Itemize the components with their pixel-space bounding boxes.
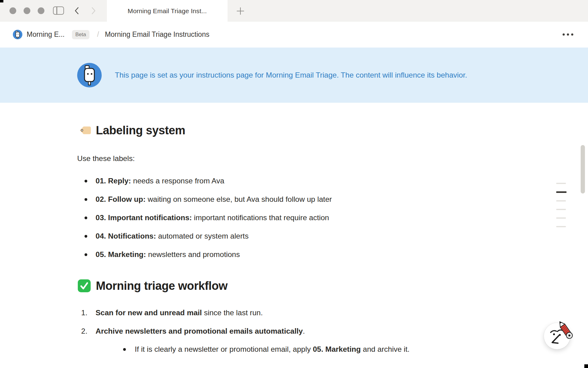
- label-name: 01. Reply:: [96, 177, 131, 185]
- section-title: Morning triage workflow: [96, 278, 228, 293]
- section-title: Labeling system: [96, 123, 185, 138]
- outline-line-active[interactable]: [556, 191, 567, 193]
- mailbox-robot-icon: [77, 63, 102, 87]
- screen-corner-artifact: [0, 0, 3, 2]
- label-name: 05. Marketing:: [96, 250, 146, 259]
- label-desc: important notifications that require act…: [192, 213, 329, 222]
- label-desc: waiting on someone else, but Ava should …: [145, 195, 332, 203]
- list-item: 04. Notifications: automated or system a…: [77, 231, 521, 241]
- ellipsis-icon: [563, 33, 565, 36]
- item-number: 2.: [81, 326, 87, 336]
- label-tag-emoji-icon: [77, 123, 91, 137]
- list-item: 05. Marketing: newsletters and promotion…: [77, 249, 521, 260]
- outline-line[interactable]: [556, 200, 566, 201]
- forward-button[interactable]: [89, 6, 98, 15]
- minimize-window-button[interactable]: [24, 7, 30, 14]
- label-desc: newsletters and promotions: [146, 250, 240, 259]
- list-item: 02. Follow up: waiting on someone else, …: [77, 194, 521, 205]
- labels-intro: Use these labels:: [77, 153, 521, 164]
- tab-title: Morning Email Triage Inst...: [128, 7, 207, 15]
- sub-bullet-list: If it is clearly a newsletter or promoti…: [96, 344, 521, 355]
- check-mark-emoji-icon: [77, 279, 91, 293]
- outline-line[interactable]: [556, 226, 566, 227]
- window-controls: [9, 7, 44, 14]
- labels-list: 01. Reply: needs a response from Ava 02.…: [77, 176, 521, 260]
- section-heading-workflow: Morning triage workflow: [77, 278, 521, 293]
- page-content: Labeling system Use these labels: 01. Re…: [0, 123, 521, 355]
- scrollbar-thumb[interactable]: [581, 145, 585, 194]
- numbered-item: 2.Archive newsletters and promotional em…: [77, 326, 521, 355]
- edit-doodle-button[interactable]: [544, 323, 570, 349]
- new-tab-button[interactable]: [236, 6, 245, 16]
- back-button[interactable]: [72, 6, 81, 15]
- workspace-mailbox-icon[interactable]: [13, 30, 22, 39]
- outline-line[interactable]: [556, 217, 566, 219]
- label-name: 02. Follow up:: [96, 195, 145, 203]
- label-desc: needs a response from Ava: [131, 177, 224, 185]
- close-window-button[interactable]: [9, 7, 16, 14]
- forward-chevron-icon: [91, 7, 96, 15]
- workflow-steps-list: 1.Scan for new and unread mail since the…: [77, 308, 521, 355]
- breadcrumb-page-title[interactable]: Morning Email Triage Instructions: [105, 30, 209, 39]
- instructions-callout: This page is set as your instructions pa…: [0, 48, 588, 103]
- list-item: 03. Important notifications: important n…: [77, 213, 521, 223]
- sidebar-toggle-icon[interactable]: [53, 6, 64, 15]
- outline-line[interactable]: [556, 183, 566, 184]
- item-number: 1.: [81, 308, 87, 318]
- beta-badge: Beta: [72, 30, 89, 39]
- label-name: 04. Notifications:: [96, 232, 156, 240]
- outline-line[interactable]: [556, 209, 566, 210]
- outline-indicator: [556, 183, 567, 227]
- browser-tab[interactable]: Morning Email Triage Inst...: [107, 0, 228, 22]
- section-heading-labeling: Labeling system: [77, 123, 521, 138]
- back-chevron-icon: [74, 7, 79, 15]
- maximize-window-button[interactable]: [38, 7, 44, 14]
- more-options-button[interactable]: [561, 32, 575, 37]
- numbered-item: 1.Scan for new and unread mail since the…: [77, 308, 521, 318]
- plus-icon: [236, 7, 245, 15]
- list-item: If it is clearly a newsletter or promoti…: [96, 344, 521, 355]
- breadcrumb-workspace[interactable]: Morning E...: [27, 30, 65, 39]
- breadcrumb-separator: /: [97, 30, 99, 39]
- callout-text: This page is set as your instructions pa…: [115, 69, 467, 81]
- label-desc: automated or system alerts: [156, 232, 248, 240]
- breadcrumb: Morning E... Beta / Morning Email Triage…: [0, 21, 588, 48]
- screen-corner-artifact: [584, 364, 588, 368]
- window-titlebar: Morning Email Triage Inst...: [0, 0, 588, 21]
- list-item: 01. Reply: needs a response from Ava: [77, 176, 521, 186]
- label-name: 03. Important notifications:: [96, 213, 192, 222]
